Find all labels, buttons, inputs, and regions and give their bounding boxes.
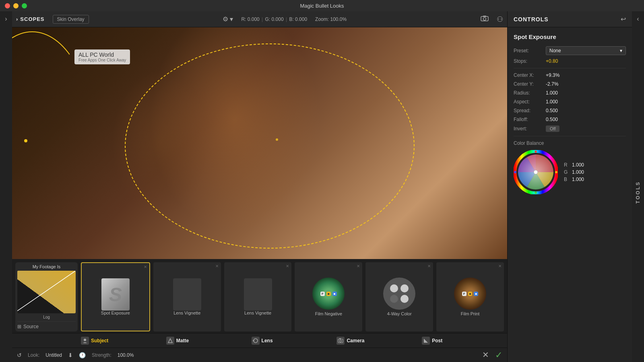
strip-close-filmprint[interactable]: ✕ [498,264,502,268]
strip-close-lens1[interactable]: ✕ [215,264,219,268]
aspect-row: Aspect: 1.000 [514,99,626,105]
strength-label: Strength: [92,352,111,358]
b-row: B 1.000 [564,177,584,182]
people-group-icon[interactable]: ⚇ [497,15,503,24]
undo-icon[interactable]: ↺ [17,352,22,358]
section-subject[interactable]: Subject [81,337,163,345]
strip-film-negative[interactable]: ✕ F ■ ■ Film Negative [295,262,362,331]
skin-overlay-label: Skin Overlay [57,16,85,22]
settings-button[interactable]: ⚙ ▾ [223,15,233,23]
color-wheel-area: R 1.000 G 1.000 B 1.000 [514,150,626,194]
section-post[interactable]: Post [422,337,504,345]
r-color-value[interactable]: 1.000 [572,162,584,168]
strips-row: My Footage Is [12,259,507,333]
svg-point-5 [84,339,86,341]
footage-thumbnail [17,271,76,313]
film-badge-f: F [320,292,325,296]
strip-close-lens2[interactable]: ✕ [286,264,289,268]
zoom-label: Zoom: [315,16,329,22]
4way-dot-bl [390,295,398,303]
svg-point-1 [483,17,486,20]
aspect-label: Aspect: [514,99,546,105]
center-y-value[interactable]: -2.7% [546,81,558,87]
strip-lens-vignette-2[interactable]: ✕ Lens Vignette [224,262,292,331]
save-icon[interactable]: ⬇ [68,352,73,358]
confirm-buttons: ✕ ✓ [482,350,502,360]
r-letter: R [564,162,569,168]
4way-dot-tl [390,284,398,292]
g-value: 0.000 [272,16,284,22]
zoom-display: Zoom: 100.0% [315,16,347,22]
center-area: › SCOPES Skin Overlay ⚙ ▾ R: 0.000 | G: … [12,11,507,362]
controls-content: Spot Exposure Preset: None ▾ Stops: +0.8… [508,27,632,362]
camera-button[interactable] [481,15,489,23]
gear-icon: ⚙ [223,15,228,23]
lens-vignette-1-thumb [173,278,201,311]
spread-row: Spread: 0.500 [514,108,626,113]
confirm-button[interactable]: ✓ [495,350,502,360]
strip-close-spot[interactable]: ✕ [144,265,147,269]
ellipse-center-dot[interactable] [276,138,278,141]
invert-toggle[interactable]: Off [546,125,559,132]
invert-row: Invert: Off [514,125,626,132]
strip-close-filmneg[interactable]: ✕ [357,264,360,268]
g-label: G: [265,16,270,22]
svg-marker-12 [424,339,428,343]
r-label: R: [241,16,246,22]
left-panel-toggle[interactable]: › [5,15,7,23]
scopes-arrow: › [16,16,18,22]
controls-back-button[interactable]: ↩ [621,15,626,23]
strip-name-lens2: Lens Vignette [244,311,271,315]
4way-color-thumb [383,278,415,310]
film-print-thumb: F ■ ■ [454,278,486,310]
b-color-value[interactable]: 1.000 [572,177,584,182]
r-row: R 1.000 [564,162,584,168]
radius-value[interactable]: 1.000 [546,90,558,96]
falloff-value[interactable]: 0.500 [546,117,558,122]
falloff-label: Falloff: [514,117,546,122]
preset-dropdown[interactable]: None ▾ [546,46,626,55]
strip-film-print[interactable]: ✕ F ■ ■ Film Print [436,262,504,331]
zoom-value: 100.0% [330,16,347,22]
center-x-value[interactable]: +9.3% [546,72,559,78]
source-label: Source [23,324,39,329]
g-color-value[interactable]: 1.000 [572,169,584,175]
scopes-button[interactable]: › SCOPES [16,16,45,22]
spread-value[interactable]: 0.500 [546,108,558,113]
svg-point-20 [535,191,537,194]
arc-handle[interactable] [24,139,27,142]
footage-card: My Footage Is [15,262,78,331]
right-panel-toggle[interactable]: ‹ [637,15,639,23]
scopes-label: SCOPES [20,16,44,22]
film-negative-thumb: F ■ ■ [312,278,345,310]
rgb-values: R 1.000 G 1.000 B 1.000 [564,162,584,182]
maximize-button[interactable] [22,3,27,8]
window-controls [5,3,27,8]
color-wheel[interactable] [514,150,558,194]
strip-close-4way[interactable]: ✕ [427,264,431,268]
minimize-button[interactable] [13,3,19,8]
settings-arrow: ▾ [230,15,233,23]
selection-ellipse[interactable] [125,43,415,249]
strip-4way-color[interactable]: ✕ 4-Way Color [365,262,433,331]
svg-point-17 [534,170,538,174]
preset-value: None [549,48,561,53]
skin-overlay-button[interactable]: Skin Overlay [53,15,89,24]
section-camera[interactable]: Camera [336,337,419,345]
strip-lens-vignette-1[interactable]: ✕ Lens Vignette [153,262,221,331]
strip-spot-exposure[interactable]: ✕ S Spot Exposure [81,262,150,331]
top-bar: › SCOPES Skin Overlay ⚙ ▾ R: 0.000 | G: … [12,11,507,27]
center-y-row: Center Y: -2.7% [514,81,626,87]
cancel-button[interactable]: ✕ [482,350,489,360]
close-button[interactable] [5,3,10,8]
controls-header: CONTROLS ↩ [508,11,632,27]
preset-label: Preset: [514,48,546,53]
tools-label: TOOLS [635,181,641,204]
controls-panel: CONTROLS ↩ Spot Exposure Preset: None ▾ … [507,11,632,362]
section-lens[interactable]: Lens [252,337,334,345]
aspect-value[interactable]: 1.000 [546,99,558,105]
stops-value[interactable]: +0.80 [546,58,558,64]
footage-source-row: ⊞ Source [17,321,76,329]
section-matte[interactable]: Matte [166,337,248,345]
viewer[interactable]: ALL PC World Free Apps One Click Away [12,27,507,259]
